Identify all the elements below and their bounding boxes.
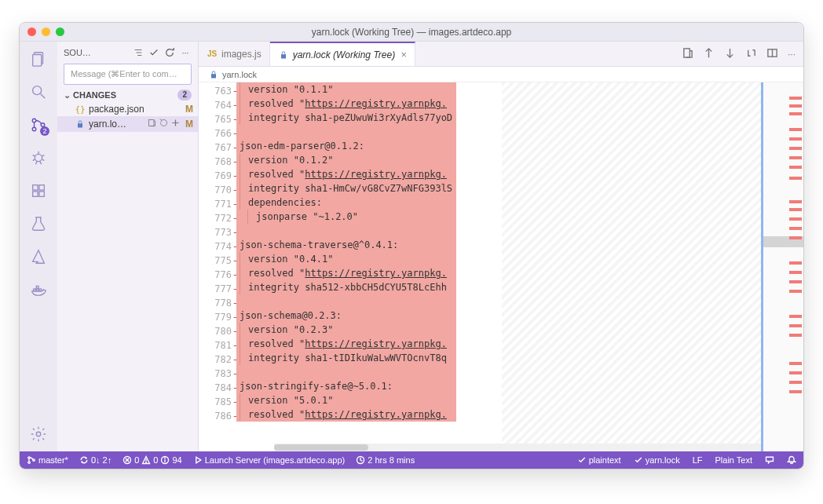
svg-line-14 xyxy=(40,162,42,165)
tab-label: images.js xyxy=(221,49,262,60)
titlebar[interactable]: yarn.lock (Working Tree) — images.artdec… xyxy=(20,23,803,42)
code-content[interactable]: version "0.1.1"resolved "https://registr… xyxy=(236,82,803,451)
file-row-yarn-lock[interactable]: yarn.lo… M xyxy=(57,116,198,132)
svg-rect-31 xyxy=(684,48,690,57)
sidebar: SOU… ··· Message (⌘Enter to com… ⌄ CHANG… xyxy=(57,42,199,451)
svg-line-11 xyxy=(33,159,35,161)
zoom-window-icon[interactable] xyxy=(56,27,64,36)
close-window-icon[interactable] xyxy=(27,27,36,36)
next-change-icon[interactable] xyxy=(724,47,736,61)
lang-plaintext[interactable]: plaintext xyxy=(575,455,624,465)
azure-icon[interactable] xyxy=(29,247,48,266)
open-file-icon[interactable] xyxy=(147,118,157,130)
breadcrumb[interactable]: yarn.lock xyxy=(199,67,803,82)
lock-file-icon xyxy=(75,119,86,130)
vscode-window: yarn.lock (Working Tree) — images.artdec… xyxy=(19,22,804,469)
sync-status[interactable]: 0↓ 2↑ xyxy=(77,455,114,465)
bell-icon[interactable] xyxy=(785,455,799,465)
problems-status[interactable]: 0 0 94 xyxy=(120,455,185,465)
chevron-down-icon: ⌄ xyxy=(64,90,71,100)
lang-yarnlock[interactable]: yarn.lock xyxy=(631,455,682,465)
explorer-icon[interactable] xyxy=(29,49,48,68)
whitespace-icon[interactable] xyxy=(745,47,757,61)
traffic-lights xyxy=(27,27,64,36)
status-bar: master* 0↓ 2↑ 0 0 94 Launch Server (imag… xyxy=(20,451,803,469)
sidebar-header: SOU… ··· xyxy=(57,42,198,64)
tab-label: yarn.lock (Working Tree) xyxy=(293,49,395,60)
svg-line-12 xyxy=(42,159,45,161)
file-status: M xyxy=(184,104,195,115)
lock-file-icon xyxy=(278,49,289,60)
scm-badge: 2 xyxy=(40,126,49,136)
minimap[interactable] xyxy=(761,82,803,451)
sidebar-title: SOU… xyxy=(64,48,129,57)
debug-icon[interactable] xyxy=(29,148,48,167)
mode-status[interactable]: Plain Text xyxy=(713,455,755,465)
js-file-icon: JS xyxy=(207,49,218,60)
svg-rect-16 xyxy=(39,185,44,190)
go-to-file-icon[interactable] xyxy=(682,47,693,61)
minimize-window-icon[interactable] xyxy=(42,27,50,36)
tab-strip: JS images.js yarn.lock (Working Tree) × … xyxy=(199,42,803,67)
window-title: yarn.lock (Working Tree) — images.artdec… xyxy=(20,27,803,38)
code-area: 7637647657667677687697707717727737747757… xyxy=(199,82,803,451)
launch-status[interactable]: Launch Server (images.artdeco.app) xyxy=(191,455,348,465)
commit-check-icon[interactable] xyxy=(148,46,160,59)
removed-block: version "0.1.1"resolved "https://registr… xyxy=(236,82,456,422)
file-label: yarn.lo… xyxy=(89,119,144,130)
tab-yarn-lock[interactable]: yarn.lock (Working Tree) × xyxy=(270,42,415,66)
branch-status[interactable]: master* xyxy=(24,455,71,465)
activity-bar: 2 xyxy=(20,42,57,451)
tab-images-js[interactable]: JS images.js xyxy=(199,42,270,66)
extensions-icon[interactable] xyxy=(29,181,48,200)
editor-group: JS images.js yarn.lock (Working Tree) × … xyxy=(199,42,803,451)
svg-line-10 xyxy=(42,155,45,156)
svg-point-7 xyxy=(35,154,42,161)
svg-point-24 xyxy=(36,432,41,436)
svg-point-37 xyxy=(28,457,30,458)
file-status: M xyxy=(184,119,195,130)
settings-gear-icon[interactable] xyxy=(29,425,48,444)
view-tree-icon[interactable] xyxy=(132,46,144,59)
changes-count: 2 xyxy=(177,89,192,100)
refresh-icon[interactable] xyxy=(163,46,176,59)
eol-status[interactable]: LF xyxy=(690,455,705,465)
close-tab-icon[interactable]: × xyxy=(401,49,407,60)
svg-rect-1 xyxy=(33,55,42,67)
diff-empty-pane xyxy=(502,82,761,451)
section-label: CHANGES xyxy=(73,90,116,100)
svg-rect-23 xyxy=(36,286,38,288)
split-editor-icon[interactable] xyxy=(766,47,778,61)
more-actions-icon[interactable]: ··· xyxy=(788,49,796,60)
scm-icon[interactable]: 2 xyxy=(29,115,48,134)
commit-message-input[interactable]: Message (⌘Enter to com… xyxy=(64,64,192,85)
svg-point-4 xyxy=(32,119,36,122)
lock-file-icon xyxy=(208,69,219,80)
file-actions xyxy=(147,118,181,130)
scrollbar-thumb[interactable] xyxy=(274,444,368,451)
file-label: package.json xyxy=(89,104,177,115)
time-status[interactable]: 2 hrs 8 mins xyxy=(353,455,417,465)
window-body: 2 SOU… ··· Message (⌘Enter to com… ⌄ CHA… xyxy=(20,42,803,451)
svg-rect-17 xyxy=(33,192,38,196)
breadcrumb-label: yarn.lock xyxy=(222,70,257,79)
stage-plus-icon[interactable] xyxy=(170,118,181,130)
svg-point-38 xyxy=(28,462,30,463)
more-icon[interactable]: ··· xyxy=(179,46,192,59)
changes-section[interactable]: ⌄ CHANGES 2 xyxy=(57,88,198,102)
file-row-package-json[interactable]: {} package.json M xyxy=(57,102,198,116)
search-icon[interactable] xyxy=(29,82,48,101)
horizontal-scrollbar[interactable] xyxy=(274,444,761,451)
svg-rect-28 xyxy=(148,119,154,126)
svg-line-9 xyxy=(33,155,35,156)
docker-icon[interactable] xyxy=(29,280,48,299)
editor-actions: ··· xyxy=(674,42,803,66)
discard-icon[interactable] xyxy=(159,118,169,130)
prev-change-icon[interactable] xyxy=(703,47,715,61)
svg-rect-18 xyxy=(39,192,44,196)
feedback-icon[interactable] xyxy=(763,455,777,465)
test-icon[interactable] xyxy=(29,214,48,233)
svg-point-44 xyxy=(146,462,147,463)
svg-point-47 xyxy=(165,458,166,458)
svg-line-13 xyxy=(35,162,37,165)
